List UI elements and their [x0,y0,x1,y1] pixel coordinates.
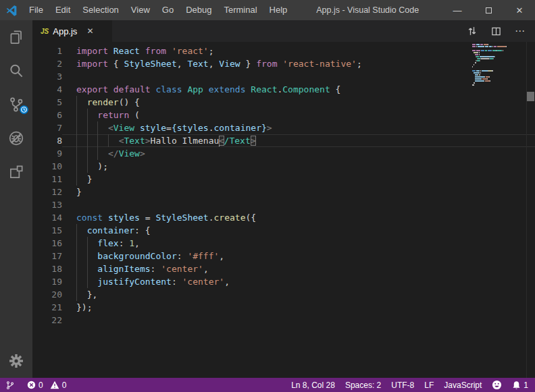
minimize-button[interactable]: — [442,0,473,20]
sync-changes-icon[interactable] [467,26,478,36]
window-title: App.js - Visual Studio Code [293,5,442,15]
line-number: 15 [32,224,62,237]
warning-icon [50,381,59,389]
code-line[interactable]: 18 alignItems: 'center', [32,262,535,275]
maximize-icon [486,7,492,13]
more-actions-icon[interactable]: ⋯ [515,28,526,34]
overview-ruler-marker [527,92,534,101]
line-number: 8 [32,134,62,147]
menu-view[interactable]: View [125,0,156,20]
menu-help[interactable]: Help [263,0,294,20]
code-line[interactable]: 15 container: { [32,224,535,237]
line-number: 21 [32,301,62,314]
split-editor-icon[interactable] [491,26,501,36]
line-number: 11 [32,173,62,186]
code-lines[interactable]: 1import React from 'react';2import { Sty… [32,45,535,327]
vscode-window: File Edit Selection View Go Debug Termin… [0,0,535,392]
code-line[interactable]: 5 render() { [32,96,535,109]
warning-count: 0 [62,381,67,390]
line-number: 22 [32,314,62,327]
code-line[interactable]: 8 <Text>Hallo Ilmenau</Text> [32,134,535,147]
tab-label: App.js [53,26,77,36]
line-number: 3 [32,70,62,83]
code-line[interactable]: 22 [32,314,535,327]
line-number: 7 [32,121,62,134]
close-button[interactable]: ✕ [504,0,535,20]
line-number: 17 [32,250,62,262]
code-line[interactable]: 17 backgroundColor: '#fff', [32,250,535,262]
encoding-setting[interactable]: UTF-8 [391,381,414,390]
line-number: 6 [32,109,62,121]
editor-actions: ⋯ [467,20,535,42]
menu-terminal[interactable]: Terminal [218,0,263,20]
line-number: 14 [32,211,62,224]
bell-icon [512,381,521,390]
code-line[interactable]: 12} [32,186,535,198]
source-control-icon[interactable] [0,88,32,121]
minimap[interactable] [472,44,525,88]
search-icon[interactable] [0,54,32,88]
editor[interactable]: 1import React from 'react';2import { Sty… [32,42,535,378]
cursor-position[interactable]: Ln 8, Col 28 [291,381,335,390]
close-tab-icon[interactable]: ✕ [86,26,93,36]
javascript-file-icon: JS [41,28,49,35]
code-line[interactable]: 16 flex: 1, [32,237,535,250]
menu-bar: File Edit Selection View Go Debug Termin… [23,0,293,20]
menu-debug[interactable]: Debug [180,0,218,20]
line-number: 9 [32,147,62,160]
code-line[interactable]: 9 </View> [32,147,535,160]
tab-bar: JS App.js ✕ ⋯ [32,20,535,42]
code-line[interactable]: 1import React from 'react'; [32,45,535,57]
code-line[interactable]: 19 justifyContent: 'center', [32,275,535,288]
code-line[interactable]: 13 [32,198,535,211]
vscode-logo-icon [0,0,23,20]
code-line[interactable]: 14const styles = StyleSheet.create({ [32,211,535,224]
line-number: 19 [32,275,62,288]
language-mode[interactable]: JavaScript [444,381,482,390]
code-line[interactable]: 3 [32,70,535,83]
line-number: 20 [32,288,62,301]
line-number: 4 [32,83,62,96]
explorer-icon[interactable] [0,20,32,54]
extensions-icon[interactable] [0,155,32,189]
code-line[interactable]: 4export default class App extends React.… [32,83,535,96]
code-line[interactable]: 6 return ( [32,109,535,121]
line-number: 13 [32,198,62,211]
line-number: 5 [32,96,62,109]
problems-indicator[interactable]: 0 0 [27,381,66,390]
line-number: 12 [32,186,62,198]
activity-bar [0,20,32,378]
code-line[interactable]: 10 ); [32,160,535,173]
error-icon [27,381,36,389]
code-line[interactable]: 7 <View style={styles.container}> [32,121,535,134]
line-number: 1 [32,45,62,57]
menu-file[interactable]: File [23,0,49,20]
error-count: 0 [39,381,43,390]
code-line[interactable]: 11 } [32,173,535,186]
eol-setting[interactable]: LF [424,381,434,390]
notification-count: 1 [524,381,528,390]
feedback-smiley-icon[interactable] [492,380,502,390]
menu-go[interactable]: Go [156,0,180,20]
tab-appjs[interactable]: JS App.js ✕ [32,20,112,42]
debug-icon[interactable] [0,121,32,155]
menu-selection[interactable]: Selection [76,0,124,20]
line-number: 10 [32,160,62,173]
line-number: 18 [32,262,62,275]
title-bar: File Edit Selection View Go Debug Termin… [0,0,535,20]
git-branch-icon[interactable] [5,381,15,390]
notifications-bell[interactable]: 1 [512,381,528,390]
line-number: 2 [32,57,62,70]
maximize-button[interactable] [473,0,504,20]
window-controls: — ✕ [442,0,535,20]
settings-gear-icon[interactable] [0,344,32,378]
code-line[interactable]: 2import { StyleSheet, Text, View } from … [32,57,535,70]
line-number: 16 [32,237,62,250]
status-bar: 0 0 Ln 8, Col 28 Spaces: 2 UTF-8 LF Java… [0,378,535,392]
indentation-setting[interactable]: Spaces: 2 [345,381,381,390]
code-line[interactable]: 21}); [32,301,535,314]
code-line[interactable]: 20 }, [32,288,535,301]
source-control-sync-badge [19,105,29,117]
menu-edit[interactable]: Edit [49,0,76,20]
